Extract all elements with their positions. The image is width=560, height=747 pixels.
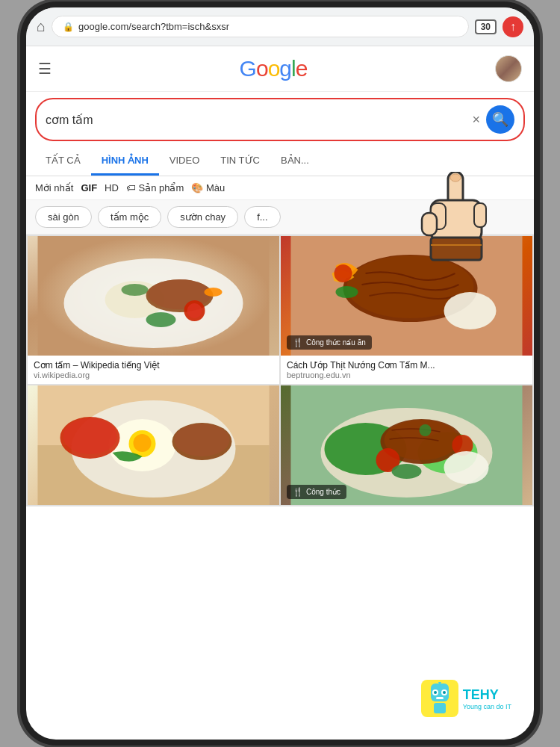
card-title-2: Cách Ướp Thịt Nướng Cơm Tấm M... xyxy=(287,360,526,371)
pill-tam-moc[interactable]: tấm mộc xyxy=(98,206,161,228)
svg-point-34 xyxy=(392,464,422,479)
logo-e: e xyxy=(296,56,308,81)
recipe-icon-2: 🍴 xyxy=(293,338,303,347)
recipe-badge-2: 🍴 Công thức nấu ăn xyxy=(287,335,372,350)
tehy-icon xyxy=(421,680,458,717)
tab-count[interactable]: 30 xyxy=(475,19,497,34)
svg-point-9 xyxy=(205,288,223,297)
tab-news[interactable]: TIN TỨC xyxy=(210,147,270,176)
filter-newest[interactable]: Mới nhất xyxy=(35,182,73,193)
logo-g: G xyxy=(240,56,256,81)
recipe-icon-4: 🍴 xyxy=(293,487,303,497)
tehy-title: TEHY xyxy=(463,687,511,703)
pill-more[interactable]: f... xyxy=(244,206,280,228)
logo-g2: g xyxy=(279,56,291,81)
home-icon[interactable]: ⌂ xyxy=(37,18,46,35)
svg-point-48 xyxy=(434,691,437,694)
svg-point-52 xyxy=(438,682,441,684)
svg-point-23 xyxy=(175,424,230,456)
browser-bar: ⌂ 🔒 google.com/search?tbm=isch&sxsr 30 ↑ xyxy=(26,7,534,46)
tab-images[interactable]: HÌNH ẢNH xyxy=(91,147,159,176)
lock-icon: 🔒 xyxy=(63,22,74,32)
address-bar[interactable]: 🔒 google.com/search?tbm=isch&sxsr xyxy=(52,16,469,37)
tehy-brand-text: TEHY Young can do IT xyxy=(463,687,511,710)
image-card-3[interactable] xyxy=(28,385,279,505)
svg-point-7 xyxy=(187,303,202,318)
watermark: TEHY Young can do IT xyxy=(421,680,511,717)
filter-products[interactable]: 🏷 Sản phẩm xyxy=(126,182,184,193)
card-title-1: Cơm tấm – Wikipedia tiếng Việt xyxy=(34,360,273,371)
avatar-image xyxy=(496,56,521,81)
card-source-1: vi.wikipedia.org xyxy=(34,371,273,379)
tehy-logo-svg xyxy=(425,682,455,716)
svg-point-15 xyxy=(335,264,352,282)
food-image-4: 🍴 Công thức xyxy=(281,385,532,505)
pill-saigon[interactable]: sài gòn xyxy=(35,206,92,228)
filter-hd[interactable]: HD xyxy=(105,182,119,193)
food-image-1 xyxy=(28,236,279,356)
svg-rect-53 xyxy=(434,703,446,713)
phone-frame: ⌂ 🔒 google.com/search?tbm=isch&sxsr 30 ↑… xyxy=(26,7,534,740)
svg-point-21 xyxy=(134,434,152,452)
food-svg-1 xyxy=(28,236,279,356)
google-header: ☰ Google xyxy=(26,46,534,92)
svg-point-25 xyxy=(63,418,117,454)
search-query-text[interactable]: cơm tấm xyxy=(46,113,466,127)
tab-all[interactable]: TẤT CẢ xyxy=(35,147,91,176)
search-button[interactable]: 🔍 xyxy=(486,105,514,134)
recipe-badge-4: 🍴 Công thức xyxy=(287,485,346,499)
filter-gif[interactable]: GIF xyxy=(81,182,97,193)
url-text: google.com/search?tbm=isch&sxsr xyxy=(78,21,229,32)
logo-o2: o xyxy=(268,56,280,81)
svg-point-35 xyxy=(444,451,489,484)
image-card-2[interactable]: 🍴 Công thức nấu ăn Cách Ướp Thịt Nướng C… xyxy=(281,236,532,384)
hamburger-menu[interactable]: ☰ xyxy=(38,60,52,78)
image-card-1[interactable]: Cơm tấm – Wikipedia tiếng Việt vi.wikipe… xyxy=(28,236,279,384)
svg-point-13 xyxy=(444,292,497,329)
svg-point-8 xyxy=(146,312,176,327)
tab-video[interactable]: VIDEO xyxy=(159,147,210,176)
card-source-2: beptruong.edu.vn xyxy=(287,371,526,379)
svg-point-3 xyxy=(122,284,149,296)
google-logo: Google xyxy=(240,56,308,81)
logo-o1: o xyxy=(256,56,268,81)
svg-point-14 xyxy=(336,286,358,298)
tab-nav: TẤT CẢ HÌNH ẢNH VIDEO TIN TỨC BẢN... xyxy=(26,147,534,176)
filter-color[interactable]: 🎨 Màu xyxy=(191,182,225,193)
food-image-2: 🍴 Công thức nấu ăn xyxy=(281,236,532,356)
filter-row-2: sài gòn tấm mộc sườn chay f... xyxy=(26,200,534,235)
filter-row-1: Mới nhất GIF HD 🏷 Sản phẩm 🎨 Màu xyxy=(26,176,534,200)
search-icon: 🔍 xyxy=(492,111,508,128)
svg-point-49 xyxy=(443,691,446,694)
tab-more[interactable]: BẢN... xyxy=(270,147,320,176)
recipe-text-2: Công thức nấu ăn xyxy=(306,338,366,347)
image-card-4[interactable]: 🍴 Công thức xyxy=(281,385,532,505)
clear-button[interactable]: × xyxy=(466,112,486,128)
image-grid: Cơm tấm – Wikipedia tiếng Việt vi.wikipe… xyxy=(26,235,534,506)
tehy-tagline: Young can do IT xyxy=(463,703,511,710)
svg-point-36 xyxy=(420,424,432,436)
update-icon[interactable]: ↑ xyxy=(503,16,523,37)
card-caption-1: Cơm tấm – Wikipedia tiếng Việt vi.wikipe… xyxy=(28,356,279,384)
recipe-text-4: Công thức xyxy=(306,488,340,496)
card-caption-2: Cách Ướp Thịt Nướng Cơm Tấm M... beptruo… xyxy=(281,356,532,384)
avatar[interactable] xyxy=(495,55,522,82)
pill-suon-chay[interactable]: sườn chay xyxy=(167,206,238,228)
svg-rect-50 xyxy=(436,697,444,699)
food-image-3 xyxy=(28,385,279,505)
search-box: cơm tấm × 🔍 xyxy=(35,98,525,141)
food-svg-3 xyxy=(28,385,279,505)
search-box-container: cơm tấm × 🔍 xyxy=(26,92,534,147)
